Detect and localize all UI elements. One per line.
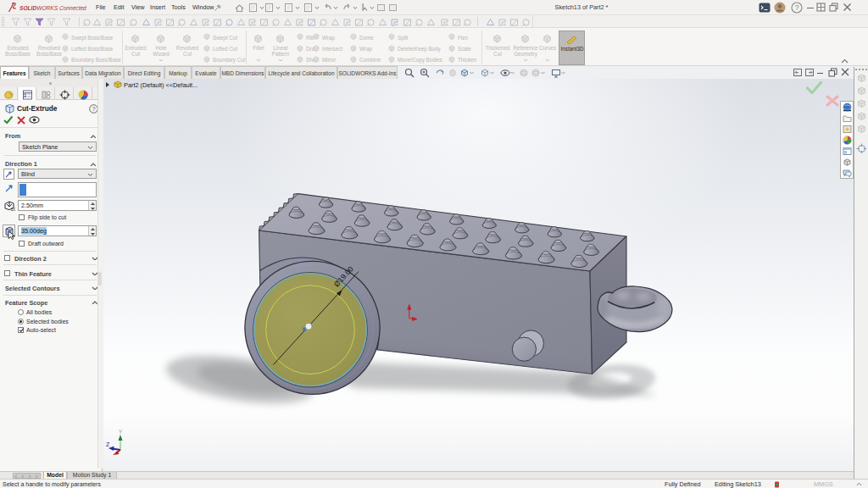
svg-text:?: ? — [92, 105, 95, 113]
svg-text:D1: D1 — [11, 207, 15, 212]
svg-text:Y: Y — [119, 429, 123, 435]
svg-text:SOLIDWORKS Connected: SOLIDWORKS Connected — [19, 5, 86, 11]
svg-text:?: ? — [795, 3, 799, 12]
svg-text:Z: Z — [106, 441, 110, 447]
